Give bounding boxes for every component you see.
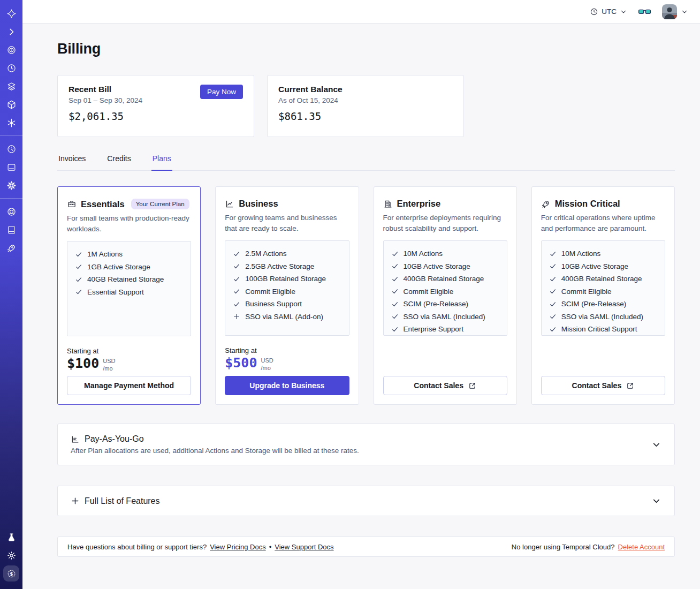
feature-label: 10GB Active Storage: [404, 262, 470, 270]
accessibility-glasses-button[interactable]: [638, 5, 651, 18]
accordion-section[interactable]: Full List of Features: [57, 486, 675, 516]
main-area: UTC Billing: [22, 0, 700, 589]
sidebar-support-lifebuoy-icon[interactable]: [0, 202, 22, 221]
feature-label: Business Support: [245, 300, 302, 308]
feature-mark-icon: [233, 288, 240, 295]
plan-cta-button[interactable]: Upgrade to Business: [225, 376, 349, 395]
feature-label: SSO via SAML (Included): [561, 313, 643, 321]
plan-header: Essentials Your Current Plan: [67, 199, 191, 209]
tab-invoices[interactable]: Invoices: [57, 151, 87, 170]
footer-link-view-support-docs[interactable]: View Support Docs: [275, 543, 333, 551]
chevron-down-icon: [651, 440, 661, 450]
tab-plans[interactable]: Plans: [151, 151, 172, 171]
billing-page: Billing Recent Bill Sep 01 – Sep 30, 202…: [22, 24, 700, 578]
chevron-down-icon: [620, 8, 627, 16]
plan-feature-item: 10GB Active Storage: [391, 262, 499, 270]
plan-price: $100: [67, 357, 99, 371]
plan-feature-item: 10M Actions: [391, 250, 499, 258]
plan-feature-item: 100GB Retained Storage: [233, 275, 341, 283]
external-link-icon: [626, 382, 634, 390]
feature-mark-icon: [391, 313, 399, 320]
sidebar-cube-icon[interactable]: [0, 95, 22, 114]
sidebar-nexus-icon[interactable]: [0, 114, 22, 132]
feature-mark-icon: [549, 250, 557, 258]
footer-left: Have questions about billing or support …: [67, 543, 334, 551]
accordion-icon: [71, 496, 80, 505]
recent-bill-amount: $2,061.35: [69, 110, 243, 122]
sidebar-bottom-group: [0, 528, 22, 583]
feature-label: 2.5M Actions: [245, 250, 286, 258]
plan-feature-item: 400GB Retained Storage: [391, 275, 499, 283]
feature-mark-icon: [233, 250, 240, 258]
tab-credits[interactable]: Credits: [106, 151, 132, 170]
plan-features-box: 2.5M Actions 2.5GB Active Storage 100GB …: [225, 240, 349, 336]
plan-header: Mission Critical: [541, 199, 665, 209]
feature-mark-icon: [391, 250, 399, 258]
price-unit: USD /mo: [261, 356, 273, 372]
accordion-left: Full List of Features: [71, 496, 160, 506]
plan-currency: USD: [103, 357, 115, 365]
sidebar-settings-gear-icon[interactable]: [0, 176, 22, 194]
plan-card: Business For growing teams and businesse…: [215, 186, 359, 405]
sidebar-rocket-icon[interactable]: [0, 239, 22, 257]
sidebar-billing-dollar-icon[interactable]: [3, 565, 19, 582]
sidebar-usage-icon[interactable]: [0, 140, 22, 158]
sidebar-divider: [0, 198, 22, 199]
footer-question: Have questions about billing or support …: [67, 543, 207, 551]
external-link-icon: [468, 382, 476, 390]
billing-tabs: Invoices Credits Plans: [57, 151, 675, 171]
plan-header: Business: [225, 199, 349, 209]
accordion-subtitle: After Plan allocations are used, additio…: [71, 447, 359, 455]
footer-link-view-pricing-docs[interactable]: View Pricing Docs: [210, 543, 266, 551]
footer-bar: Have questions about billing or support …: [57, 537, 675, 557]
sidebar-theme-sun-icon[interactable]: [0, 546, 22, 564]
plan-cta-label: Manage Payment Method: [84, 381, 174, 390]
feature-mark-icon: [549, 262, 557, 270]
timezone-selector[interactable]: UTC: [590, 7, 627, 16]
plan-name: Enterprise: [397, 199, 441, 209]
plan-icon: [383, 199, 393, 209]
feature-label: SSO via SAML (Add-on): [245, 313, 323, 321]
sidebar-schedules-icon[interactable]: [0, 59, 22, 77]
sidebar-namespaces-icon[interactable]: [0, 41, 22, 59]
plan-feature-item: 40GB Retained Storage: [75, 275, 183, 283]
feature-mark-icon: [233, 275, 240, 283]
delete-account-link[interactable]: Delete Account: [618, 543, 665, 551]
plan-per: /mo: [261, 364, 273, 372]
footer-link-separator: •: [269, 543, 272, 551]
pay-now-button[interactable]: Pay Now: [200, 85, 243, 99]
feature-mark-icon: [75, 263, 82, 270]
plan-feature-item: 2.5M Actions: [233, 250, 341, 258]
feature-label: 100GB Retained Storage: [245, 275, 326, 283]
plan-cta-label: Contact Sales: [414, 381, 463, 390]
sidebar-lab-flask-icon[interactable]: [0, 528, 22, 546]
feature-mark-icon: [75, 276, 82, 283]
sidebar-invoices-card-icon[interactable]: [0, 158, 22, 176]
account-menu[interactable]: [662, 4, 688, 19]
accordion-title-row: Full List of Features: [71, 496, 160, 506]
feature-mark-icon: [549, 326, 557, 333]
sidebar-chevron-right-icon[interactable]: [0, 22, 22, 41]
plan-cta-button[interactable]: Contact Sales: [383, 376, 507, 395]
feature-mark-icon: [391, 288, 399, 295]
current-balance-amount: $861.35: [278, 110, 453, 122]
footer-right-question: No longer using Temporal Cloud?: [512, 543, 615, 551]
sidebar-layers-icon[interactable]: [0, 77, 22, 95]
plan-cta-button[interactable]: Contact Sales: [541, 376, 665, 395]
plan-cta-button[interactable]: Manage Payment Method: [67, 376, 191, 395]
feature-mark-icon: [233, 300, 240, 308]
plan-name: Mission Critical: [555, 199, 620, 209]
plan-feature-item: 1M Actions: [75, 250, 183, 258]
sidebar-docs-book-icon[interactable]: [0, 221, 22, 239]
sidebar-temporal-logo-icon[interactable]: [0, 4, 22, 22]
accordion-left: Pay-As-You-Go After Plan allocations are…: [71, 434, 359, 455]
feature-mark-icon: [233, 262, 240, 270]
accordion-section[interactable]: Pay-As-You-Go After Plan allocations are…: [57, 424, 675, 465]
price-row: $500 USD /mo: [225, 356, 349, 372]
plan-name: Business: [239, 199, 278, 209]
plan-card: Essentials Your Current Plan For small t…: [57, 186, 201, 405]
starting-at-label: Starting at: [67, 347, 191, 355]
feature-label: Mission Critical Support: [561, 325, 637, 333]
footer-right: No longer using Temporal Cloud? Delete A…: [512, 543, 665, 551]
plan-card: Mission Critical For critical operations…: [531, 186, 675, 405]
